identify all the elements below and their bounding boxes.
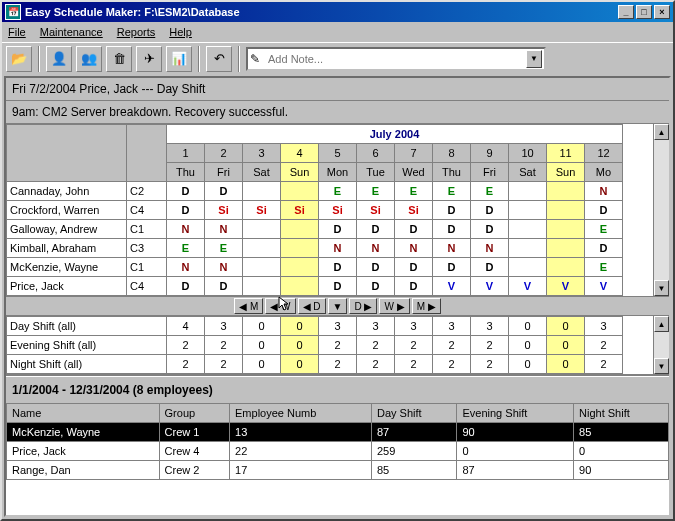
shift-cell[interactable]: D — [433, 201, 471, 220]
emp-cell[interactable]: Range, Dan — [7, 461, 160, 480]
shift-cell[interactable]: D — [471, 258, 509, 277]
nav-button[interactable]: ◀ M — [234, 298, 263, 314]
shift-cell[interactable] — [243, 239, 281, 258]
emp-header[interactable]: Day Shift — [371, 404, 457, 423]
shift-cell[interactable] — [281, 258, 319, 277]
emp-header[interactable]: Group — [159, 404, 229, 423]
shift-cell[interactable]: N — [205, 258, 243, 277]
shift-cell[interactable]: N — [433, 239, 471, 258]
employee-row[interactable]: Range, DanCrew 217858790 — [7, 461, 669, 480]
nav-button[interactable]: ◀ W — [265, 298, 295, 314]
add-note-combo[interactable]: ✎ ▼ — [246, 47, 546, 71]
scroll-up[interactable]: ▲ — [654, 124, 669, 140]
nav-button[interactable]: W ▶ — [379, 298, 409, 314]
schedule-row[interactable]: Kimball, AbrahamC3EENNNNND — [7, 239, 623, 258]
shift-cell[interactable] — [547, 182, 585, 201]
shift-cell[interactable]: E — [585, 220, 623, 239]
menu-maintenance[interactable]: Maintenance — [40, 26, 103, 38]
nav-button[interactable]: ◀ D — [298, 298, 326, 314]
shift-cell[interactable]: E — [167, 239, 205, 258]
employee-name[interactable]: McKenzie, Wayne — [7, 258, 127, 277]
employee-name[interactable]: Kimball, Abraham — [7, 239, 127, 258]
nav-button[interactable]: M ▶ — [412, 298, 441, 314]
shift-cell[interactable]: N — [205, 220, 243, 239]
shift-cell[interactable]: Si — [281, 201, 319, 220]
nav-button[interactable]: D ▶ — [349, 298, 377, 314]
shift-cell[interactable] — [509, 239, 547, 258]
vscroll-sum[interactable]: ▲ ▼ — [653, 316, 669, 374]
scroll-down[interactable]: ▼ — [654, 280, 669, 296]
employee-row[interactable]: McKenzie, WayneCrew 113879085 — [7, 423, 669, 442]
shift-cell[interactable]: N — [395, 239, 433, 258]
shift-cell[interactable]: N — [357, 239, 395, 258]
emp-cell[interactable]: 87 — [457, 461, 574, 480]
tool-user2[interactable]: 👥 — [76, 46, 102, 72]
shift-cell[interactable]: D — [319, 277, 357, 296]
add-note-input[interactable] — [268, 53, 526, 65]
shift-cell[interactable]: D — [433, 258, 471, 277]
menu-reports[interactable]: Reports — [117, 26, 156, 38]
shift-cell[interactable]: D — [471, 201, 509, 220]
shift-cell[interactable]: D — [471, 220, 509, 239]
shift-cell[interactable] — [509, 258, 547, 277]
emp-cell[interactable]: 90 — [457, 423, 574, 442]
employee-name[interactable]: Crockford, Warren — [7, 201, 127, 220]
schedule-row[interactable]: Cannaday, JohnC2DDEEEEEN — [7, 182, 623, 201]
shift-cell[interactable]: V — [509, 277, 547, 296]
emp-cell[interactable]: 0 — [574, 442, 669, 461]
shift-cell[interactable]: N — [167, 220, 205, 239]
menu-file[interactable]: File — [8, 26, 26, 38]
shift-cell[interactable] — [243, 258, 281, 277]
emp-cell[interactable]: Crew 2 — [159, 461, 229, 480]
shift-cell[interactable]: Si — [319, 201, 357, 220]
shift-cell[interactable] — [509, 220, 547, 239]
emp-cell[interactable]: 17 — [230, 461, 372, 480]
shift-cell[interactable] — [547, 201, 585, 220]
shift-cell[interactable] — [243, 182, 281, 201]
shift-cell[interactable]: D — [357, 258, 395, 277]
shift-cell[interactable]: E — [433, 182, 471, 201]
dropdown-button[interactable]: ▼ — [526, 50, 542, 68]
employee-row[interactable]: Price, JackCrew 42225900 — [7, 442, 669, 461]
shift-cell[interactable] — [547, 258, 585, 277]
open-button[interactable]: 📂 — [6, 46, 32, 72]
summary-grid[interactable]: Day Shift (all)430033333003Evening Shift… — [6, 316, 623, 374]
shift-cell[interactable]: D — [167, 201, 205, 220]
vscroll[interactable]: ▲ ▼ — [653, 124, 669, 296]
shift-cell[interactable]: D — [319, 220, 357, 239]
shift-cell[interactable] — [243, 277, 281, 296]
shift-cell[interactable]: Si — [205, 201, 243, 220]
shift-cell[interactable]: D — [433, 220, 471, 239]
schedule-row[interactable]: Galloway, AndrewC1NNDDDDDE — [7, 220, 623, 239]
shift-cell[interactable]: Si — [357, 201, 395, 220]
shift-cell[interactable] — [243, 220, 281, 239]
shift-cell[interactable]: D — [395, 220, 433, 239]
shift-cell[interactable]: E — [319, 182, 357, 201]
schedule-grid[interactable]: July 2004123456789101112ThuFriSatSunMonT… — [6, 124, 623, 296]
shift-cell[interactable]: E — [205, 239, 243, 258]
emp-cell[interactable]: Crew 4 — [159, 442, 229, 461]
shift-cell[interactable]: E — [585, 258, 623, 277]
scroll-down[interactable]: ▼ — [654, 358, 669, 374]
shift-cell[interactable] — [547, 239, 585, 258]
schedule-row[interactable]: Crockford, WarrenC4DSiSiSiSiSiSiDDD — [7, 201, 623, 220]
employee-name[interactable]: Galloway, Andrew — [7, 220, 127, 239]
shift-cell[interactable]: N — [167, 258, 205, 277]
shift-cell[interactable] — [281, 182, 319, 201]
emp-cell[interactable]: 13 — [230, 423, 372, 442]
shift-cell[interactable]: V — [433, 277, 471, 296]
shift-cell[interactable]: D — [357, 220, 395, 239]
shift-cell[interactable] — [281, 277, 319, 296]
shift-cell[interactable]: D — [167, 182, 205, 201]
shift-cell[interactable]: Si — [243, 201, 281, 220]
shift-cell[interactable] — [547, 220, 585, 239]
emp-cell[interactable]: Price, Jack — [7, 442, 160, 461]
shift-cell[interactable] — [281, 220, 319, 239]
shift-cell[interactable]: D — [585, 239, 623, 258]
emp-cell[interactable]: Crew 1 — [159, 423, 229, 442]
tool-user1[interactable]: 👤 — [46, 46, 72, 72]
schedule-row[interactable]: McKenzie, WayneC1NNDDDDDE — [7, 258, 623, 277]
shift-cell[interactable] — [281, 239, 319, 258]
shift-cell[interactable]: E — [471, 182, 509, 201]
shift-cell[interactable]: D — [395, 277, 433, 296]
